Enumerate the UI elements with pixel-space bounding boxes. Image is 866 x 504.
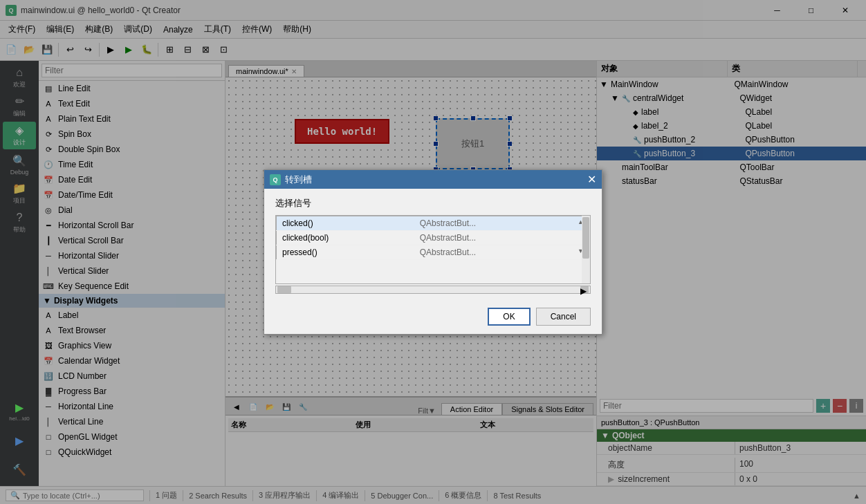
signal-class-cell: QAbstractBut... — [414, 231, 590, 245]
modal-title: 转到槽 — [285, 174, 312, 186]
modal-dialog: Q 转到槽 ✕ 选择信号 clicked() QAbstractBut... ▲… — [264, 169, 602, 335]
modal-cancel-button[interactable]: Cancel — [536, 308, 591, 326]
signal-table-body: clicked() QAbstractBut... ▲ clicked(bool… — [277, 216, 590, 260]
signal-name-cell: clicked(bool) — [277, 231, 414, 245]
modal-titlebar: Q 转到槽 ✕ — [264, 170, 602, 189]
h-scrollbar[interactable]: ▶ — [275, 286, 591, 294]
signal-class-cell: QAbstractBut... ▲ — [414, 216, 590, 231]
modal-body: 选择信号 clicked() QAbstractBut... ▲ clicked… — [264, 189, 602, 302]
signal-table: clicked() QAbstractBut... ▲ clicked(bool… — [276, 216, 590, 260]
modal-scrollbar[interactable] — [582, 216, 590, 283]
h-scrollbar-right[interactable]: ▶ — [580, 286, 589, 293]
signal-row-1[interactable]: clicked(bool) QAbstractBut... — [277, 231, 590, 245]
modal-signal-label: 选择信号 — [275, 197, 591, 209]
modal-scrollbar-thumb[interactable] — [582, 217, 589, 259]
modal-qt-icon: Q — [270, 174, 281, 185]
h-scrollbar-thumb[interactable] — [277, 286, 291, 293]
signal-row-2[interactable]: pressed() QAbstractBut... ▼ — [277, 245, 590, 260]
modal-ok-button[interactable]: OK — [488, 308, 530, 326]
signal-name-cell: pressed() — [277, 245, 414, 260]
signal-class-cell: QAbstractBut... ▼ — [414, 245, 590, 260]
signal-name-cell: clicked() — [277, 216, 414, 231]
signal-row-0[interactable]: clicked() QAbstractBut... ▲ — [277, 216, 590, 231]
modal-footer: OK Cancel — [264, 302, 602, 334]
signal-table-wrapper: clicked() QAbstractBut... ▲ clicked(bool… — [275, 215, 591, 284]
modal-close-button[interactable]: ✕ — [587, 173, 596, 186]
modal-overlay[interactable]: Q 转到槽 ✕ 选择信号 clicked() QAbstractBut... ▲… — [0, 0, 866, 504]
